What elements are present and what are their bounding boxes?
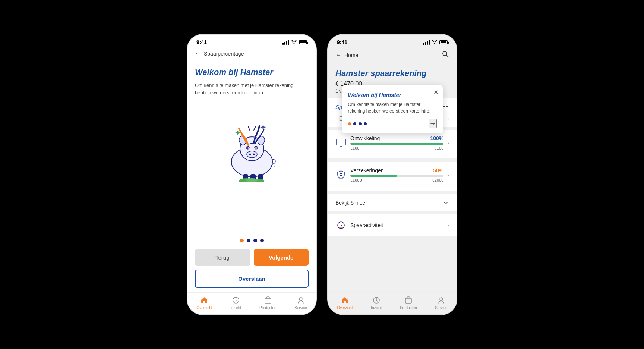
signal-icon-2 [423, 40, 430, 45]
cat-header-verzekeringen: Verzekeringen 50% [350, 167, 443, 173]
cat-amount-left-verzekeringen: €1000 [350, 178, 362, 182]
svg-rect-20 [250, 143, 254, 144]
cat-pct-verzekeringen: 50% [433, 167, 443, 173]
cat-amount-right-verzekeringen: €2000 [432, 178, 444, 182]
screen2-content: Hamster spaarrekening € 1470,00 1 van de… [328, 63, 457, 292]
bekijk-meer-label: Bekijk 5 meer [335, 200, 367, 206]
progress-fill-verzekeringen [350, 175, 397, 177]
nav-service-2[interactable]: Service [435, 296, 447, 310]
svg-line-25 [446, 55, 448, 57]
next-button[interactable]: Volgende [254, 249, 309, 266]
cat-header-ontwikkeling: Ontwikkeling 100% [350, 135, 443, 141]
screen1-phone: 9:41 ← S [187, 35, 316, 314]
screen1-content: Welkom bij Hamster Om kennis te maken me… [187, 60, 316, 235]
pig-svg [215, 108, 289, 182]
cat-details-verzekeringen: Verzekeringen 50% €1000 €2000 [350, 167, 443, 182]
svg-point-23 [299, 298, 302, 301]
cat-amount-left-ontwikkeling: €100 [350, 146, 359, 150]
cat-amounts-verzekeringen: €1000 €2000 [350, 178, 443, 182]
modal-footer: → [348, 119, 437, 128]
back-arrow-2[interactable]: ← [335, 52, 341, 59]
nav-overzicht-label-1: Overzicht [196, 306, 212, 310]
nav-bar-2-left: ← Home [335, 52, 358, 59]
svg-rect-32 [405, 298, 411, 303]
back-arrow-1[interactable]: ← [195, 50, 201, 57]
bekijk-meer-row[interactable]: Bekijk 5 meer [328, 194, 457, 211]
cat-section-verzekeringen: Verzekeringen 50% €1000 €2000 › [328, 162, 457, 191]
modal-dot-4 [364, 122, 367, 125]
chevron-verzekeringen: › [447, 172, 449, 178]
cat-amount-right-ontwikkeling: €100 [435, 146, 443, 150]
svg-line-17 [248, 126, 250, 131]
cat-row-ontwikkeling[interactable]: Ontwikkeling 100% €100 €100 › [335, 135, 449, 150]
modal-desc: Om kennis te maken met je Hamster rekeni… [348, 101, 437, 114]
svg-point-8 [255, 147, 257, 149]
modal-close-button[interactable]: ✕ [433, 89, 438, 96]
time-2: 9:41 [337, 39, 347, 45]
modal-dots [348, 122, 367, 125]
nav-overzicht-2[interactable]: Overzicht [337, 296, 353, 310]
spaaractiviteit-icon [335, 220, 347, 231]
svg-point-7 [247, 147, 249, 149]
nav-service-label-1: Service [294, 306, 307, 310]
home-icon-1 [200, 296, 209, 305]
divider-1 [328, 159, 457, 162]
welcome-title-1: Welkom bij Hamster [195, 67, 309, 77]
nav-producten-2[interactable]: Producten [400, 296, 417, 310]
status-icons-2 [423, 40, 448, 45]
nav-inzicht-1[interactable]: Inzicht [230, 296, 241, 310]
nav-producten-label-1: Producten [259, 306, 277, 310]
status-bar-2: 9:41 [328, 35, 457, 47]
producten-icon-1 [263, 296, 272, 305]
nav-producten-label-2: Producten [400, 306, 417, 310]
modal-dot-1 [348, 122, 351, 125]
modal-next-button[interactable]: → [429, 119, 437, 128]
modal-card: ✕ Welkom bij Hamster Om kennis te maken … [342, 85, 443, 133]
account-title: Hamster spaarrekening [335, 69, 449, 78]
modal-title: Welkom bij Hamster [348, 92, 437, 98]
chevron-ontwikkeling: › [447, 140, 449, 146]
cat-row-verzekeringen[interactable]: Verzekeringen 50% €1000 €2000 › [335, 167, 449, 182]
cat-name-verzekeringen: Verzekeringen [350, 167, 384, 173]
nav-service-label-2: Service [435, 306, 447, 310]
chevron-down-icon [442, 199, 449, 206]
welcome-desc-1: Om kennis te maken met je Hamster rekeni… [195, 82, 309, 96]
dot-4 [260, 239, 264, 242]
nav-bar-2: ← Home [328, 47, 457, 63]
dot-2 [247, 239, 250, 242]
nav-overzicht-label-2: Overzicht [337, 306, 353, 310]
nav-producten-1[interactable]: Producten [259, 296, 277, 310]
search-button[interactable] [442, 50, 449, 60]
service-icon-1 [296, 296, 305, 305]
nav-overzicht-1[interactable]: Overzicht [196, 296, 212, 310]
modal-overlay: ✕ Welkom bij Hamster Om kennis te maken … [328, 85, 457, 133]
dot-3 [253, 239, 257, 242]
cat-section-ontwikkeling: Ontwikkeling 100% €100 €100 › [328, 130, 457, 158]
spaaractiviteit-row[interactable]: Spaaractiviteit › [328, 214, 457, 236]
divider-2 [328, 191, 457, 194]
svg-point-2 [247, 151, 257, 158]
nav-inzicht-label-2: Inzicht [371, 306, 382, 310]
nav-service-1[interactable]: Service [294, 296, 307, 310]
inzicht-icon-1 [231, 296, 240, 305]
nav-inzicht-label-1: Inzicht [230, 306, 241, 310]
bottom-nav-2: Overzicht Inzicht Produc [328, 292, 457, 314]
skip-button[interactable]: Overslaan [195, 270, 309, 288]
signal-icon-1 [282, 40, 289, 45]
status-icons-1 [282, 40, 307, 45]
inzicht-icon-2 [372, 296, 381, 305]
cat-details-ontwikkeling: Ontwikkeling 100% €100 €100 [350, 135, 443, 150]
bottom-nav-1: Overzicht Inzicht Produc [187, 292, 316, 314]
svg-rect-22 [265, 298, 271, 303]
modal-dot-3 [359, 122, 362, 125]
cat-pct-ontwikkeling: 100% [430, 135, 444, 141]
status-bar-1: 9:41 [187, 35, 316, 47]
back-button[interactable]: Terug [195, 249, 250, 266]
dot-1 [240, 239, 244, 242]
svg-point-33 [440, 298, 443, 301]
nav-title-2: Home [344, 52, 358, 58]
cat-icon-ontwikkeling [335, 137, 347, 148]
nav-inzicht-2[interactable]: Inzicht [371, 296, 382, 310]
nav-bar-1: ← Spaarpercentage [187, 47, 316, 60]
spaaractiviteit-left: Spaaractiviteit [335, 220, 383, 231]
